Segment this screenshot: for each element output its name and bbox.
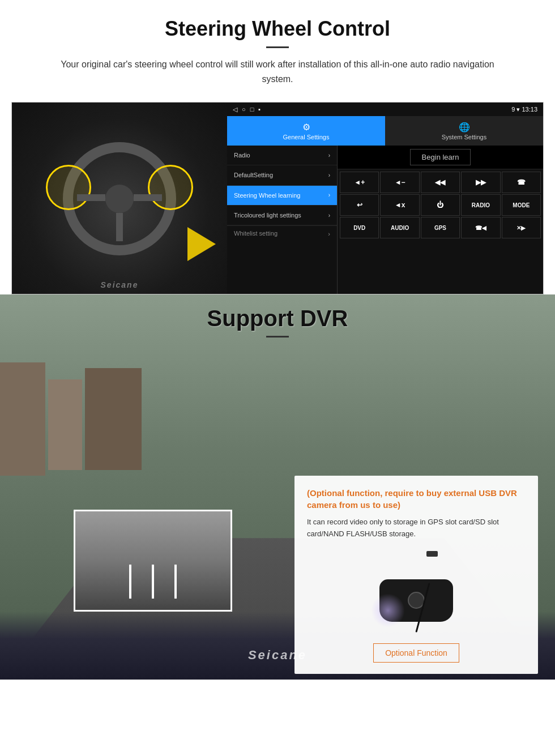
ctrl-gps[interactable]: GPS [421, 217, 460, 238]
android-ui-panel: ◁ ○ □ ▪ 9 ▾ 13:13 ⚙ General Settings [227, 102, 543, 294]
steering-wheel-image: Seicane [12, 102, 227, 294]
highlight-circle-left [46, 165, 91, 210]
optional-function-button[interactable]: Optional Function [373, 643, 459, 663]
highlight-circle-right [148, 165, 193, 210]
dvr-section: Support DVR (Optional function, require … [0, 294, 555, 680]
usb-connector [426, 551, 438, 557]
prev-icon: ◀◀ [435, 178, 445, 186]
menu-item-tricoloured[interactable]: Tricoloured light settings › [227, 206, 337, 225]
steering-description: Your original car's steering wheel contr… [45, 57, 510, 86]
tab-general-label: General Settings [283, 134, 330, 140]
steering-wheel-bg: Seicane [12, 102, 227, 294]
menu-item-whitelist[interactable]: Whitelist setting › [227, 225, 337, 241]
control-buttons-grid: ◄+ ◄− ◀◀ ▶▶ ☎ ↩ ◄x ⏻ RADIO MODE DVD AUDI… [338, 169, 543, 241]
tab-system-label: System Settings [442, 134, 486, 140]
status-right: 9 ▾ 13:13 [511, 106, 537, 113]
ctrl-audio[interactable]: AUDIO [380, 217, 419, 238]
menu-item-tricoloured-label: Tricoloured light settings [234, 211, 301, 219]
call-next-icon: ✕▶ [516, 225, 526, 231]
recents-icon: □ [250, 106, 254, 113]
signal-icon: 9 [511, 106, 515, 113]
vol-up-icon: ◄+ [354, 178, 365, 186]
general-settings-icon: ⚙ [302, 122, 310, 133]
back-icon: ◁ [233, 106, 237, 113]
chevron-radio: › [328, 152, 330, 159]
dvr-optional-text: (Optional function, require to buy exter… [307, 487, 526, 511]
dvr-description: It can record video only to storage in G… [307, 516, 526, 540]
dvr-camera-illustration [307, 548, 526, 633]
steering-title: Steering Wheel Control [23, 17, 532, 41]
mute-icon: ◄x [395, 201, 405, 209]
dvr-info-card: (Optional function, require to buy exter… [294, 476, 538, 674]
spoke-right [134, 194, 162, 201]
begin-learn-row: Begin learn [338, 146, 543, 169]
ctrl-power[interactable]: ⏻ [421, 194, 460, 216]
ctrl-hangup[interactable]: ↩ [340, 194, 379, 216]
wifi-icon: ▾ [516, 106, 520, 113]
arrow-overlay [187, 227, 216, 261]
settings-menu: Radio › DefaultSetting › Steering Wheel … [227, 146, 338, 294]
dvr-divider [266, 336, 289, 338]
menu-item-default-setting[interactable]: DefaultSetting › [227, 165, 337, 185]
dvr-title-block: Support DVR [0, 306, 555, 338]
chevron-steering: › [328, 192, 330, 198]
ctrl-call-prev[interactable]: ☎◀ [461, 217, 500, 238]
steering-section: Steering Wheel Control Your original car… [0, 0, 555, 294]
title-divider [266, 46, 289, 48]
thumbnail-road-scene [75, 511, 230, 610]
mode-label: MODE [513, 202, 530, 208]
dvd-label: DVD [353, 225, 365, 231]
steering-wheel-center [105, 185, 134, 213]
spoke-bottom [116, 213, 123, 241]
menu-item-steering-label: Steering Wheel learning [234, 191, 300, 199]
audio-label: AUDIO [391, 225, 409, 231]
menu-item-radio-label: Radio [234, 151, 250, 159]
radio-label: RADIO [472, 202, 490, 208]
camera-light [371, 593, 405, 627]
ctrl-vol-down[interactable]: ◄− [380, 172, 419, 193]
ctrl-dvd[interactable]: DVD [340, 217, 379, 238]
steering-title-block: Steering Wheel Control Your original car… [0, 0, 555, 92]
ctrl-call[interactable]: ☎ [502, 172, 541, 193]
ctrl-next[interactable]: ▶▶ [461, 172, 500, 193]
ctrl-vol-up[interactable]: ◄+ [340, 172, 379, 193]
ctrl-mode[interactable]: MODE [502, 194, 541, 216]
building-1 [0, 362, 45, 476]
ctrl-radio[interactable]: RADIO [461, 194, 500, 216]
time-display: 13:13 [522, 106, 537, 113]
system-settings-icon: 🌐 [459, 122, 470, 133]
hangup-icon: ↩ [357, 201, 362, 209]
call-prev-icon: ☎◀ [475, 225, 486, 231]
status-left: ◁ ○ □ ▪ [233, 106, 261, 113]
ctrl-call-next[interactable]: ✕▶ [502, 217, 541, 238]
menu-item-default-label: DefaultSetting [234, 171, 273, 179]
spoke-left [77, 194, 105, 201]
tab-general-settings[interactable]: ⚙ General Settings [227, 116, 385, 146]
chevron-whitelist: › [328, 230, 330, 237]
dvr-title: Support DVR [0, 306, 555, 331]
home-icon: ○ [242, 106, 246, 113]
menu-item-whitelist-label: Whitelist setting [234, 229, 278, 237]
ctrl-mute[interactable]: ◄x [380, 194, 419, 216]
android-content: Radio › DefaultSetting › Steering Wheel … [227, 146, 543, 294]
dvr-thumbnail [74, 510, 232, 612]
power-icon: ⏻ [437, 201, 443, 209]
android-tabs[interactable]: ⚙ General Settings 🌐 System Settings [227, 116, 543, 146]
chevron-tricoloured: › [328, 212, 330, 219]
steering-learn-panel: Begin learn ◄+ ◄− ◀◀ ▶▶ ☎ ↩ ◄x ⏻ RADIO M… [338, 146, 543, 294]
screenshot-composite: Seicane ◁ ○ □ ▪ 9 ▾ 13:13 [11, 102, 544, 294]
tab-system-settings[interactable]: 🌐 System Settings [385, 116, 543, 146]
android-status-bar: ◁ ○ □ ▪ 9 ▾ 13:13 [227, 102, 543, 116]
building-2 [48, 379, 82, 470]
menu-item-radio[interactable]: Radio › [227, 146, 337, 165]
vol-down-icon: ◄− [395, 178, 405, 186]
chevron-default: › [328, 172, 330, 178]
begin-learn-button[interactable]: Begin learn [410, 149, 471, 165]
menu-item-steering-wheel[interactable]: Steering Wheel learning › [227, 186, 337, 206]
menu-icon: ▪ [258, 106, 261, 113]
ctrl-prev[interactable]: ◀◀ [421, 172, 460, 193]
call-icon: ☎ [517, 178, 526, 186]
next-icon: ▶▶ [476, 178, 486, 186]
gps-label: GPS [434, 225, 446, 231]
seicane-watermark-steering: Seicane [101, 280, 139, 289]
